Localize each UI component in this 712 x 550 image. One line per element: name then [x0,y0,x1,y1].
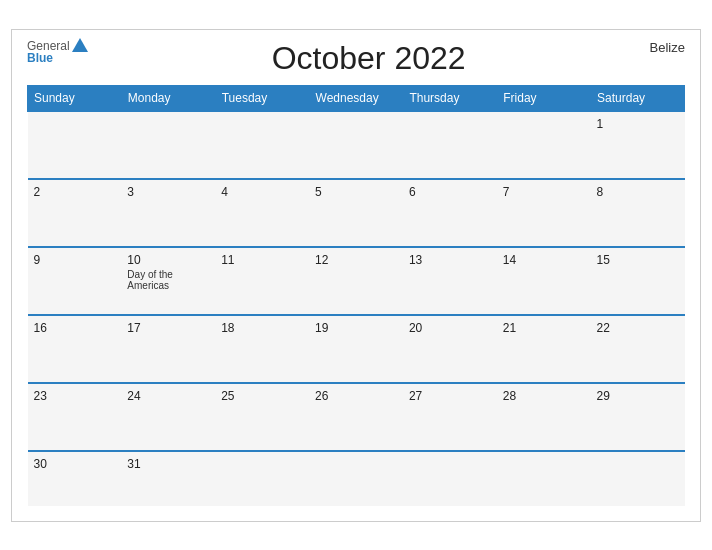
calendar-grid: Sunday Monday Tuesday Wednesday Thursday… [27,85,685,506]
table-row: 29 [591,383,685,451]
calendar-row: 1 [28,111,685,179]
day-number: 12 [315,253,397,267]
table-row [591,451,685,506]
day-number: 11 [221,253,303,267]
logo: General Blue [27,40,88,64]
table-row: 8 [591,179,685,247]
day-number: 20 [409,321,491,335]
day-event: Day of the Americas [127,269,209,291]
header-wednesday: Wednesday [309,85,403,111]
table-row: 5 [309,179,403,247]
calendar-row: 16171819202122 [28,315,685,383]
table-row [121,111,215,179]
day-number: 24 [127,389,209,403]
table-row: 22 [591,315,685,383]
table-row [215,451,309,506]
day-number: 16 [34,321,116,335]
calendar-row: 2345678 [28,179,685,247]
table-row: 3 [121,179,215,247]
day-number: 27 [409,389,491,403]
day-number: 31 [127,457,209,471]
header-tuesday: Tuesday [215,85,309,111]
table-row: 26 [309,383,403,451]
day-number: 10 [127,253,209,267]
table-row: 17 [121,315,215,383]
table-row: 2 [28,179,122,247]
day-number: 25 [221,389,303,403]
header-friday: Friday [497,85,591,111]
table-row: 19 [309,315,403,383]
country-name: Belize [650,40,685,55]
day-number: 19 [315,321,397,335]
calendar-row: 910Day of the Americas1112131415 [28,247,685,315]
header-saturday: Saturday [591,85,685,111]
table-row: 30 [28,451,122,506]
table-row [403,451,497,506]
table-row [497,111,591,179]
day-number: 30 [34,457,116,471]
day-number: 1 [597,117,679,131]
calendar-row: 23242526272829 [28,383,685,451]
table-row: 14 [497,247,591,315]
day-number: 8 [597,185,679,199]
day-number: 17 [127,321,209,335]
table-row [403,111,497,179]
calendar-container: General Blue October 2022 Belize Sunday … [11,29,701,522]
month-title: October 2022 [88,40,650,77]
day-number: 26 [315,389,397,403]
day-number: 22 [597,321,679,335]
table-row [309,451,403,506]
day-number: 7 [503,185,585,199]
table-row: 7 [497,179,591,247]
header-monday: Monday [121,85,215,111]
table-row: 24 [121,383,215,451]
table-row: 15 [591,247,685,315]
header-sunday: Sunday [28,85,122,111]
table-row [215,111,309,179]
day-number: 9 [34,253,116,267]
table-row: 18 [215,315,309,383]
table-row: 20 [403,315,497,383]
table-row: 28 [497,383,591,451]
day-number: 2 [34,185,116,199]
table-row: 1 [591,111,685,179]
day-number: 18 [221,321,303,335]
logo-triangle-icon [72,38,88,52]
calendar-body: 12345678910Day of the Americas1112131415… [28,111,685,506]
table-row [309,111,403,179]
table-row: 4 [215,179,309,247]
table-row: 11 [215,247,309,315]
days-header-row: Sunday Monday Tuesday Wednesday Thursday… [28,85,685,111]
day-number: 29 [597,389,679,403]
table-row: 10Day of the Americas [121,247,215,315]
day-number: 23 [34,389,116,403]
table-row: 21 [497,315,591,383]
table-row: 9 [28,247,122,315]
table-row [28,111,122,179]
table-row: 25 [215,383,309,451]
day-number: 13 [409,253,491,267]
logo-general-text: General [27,40,70,52]
table-row: 31 [121,451,215,506]
table-row: 27 [403,383,497,451]
calendar-header: General Blue October 2022 Belize [27,40,685,77]
logo-blue-text: Blue [27,52,53,64]
calendar-row: 3031 [28,451,685,506]
header-thursday: Thursday [403,85,497,111]
table-row: 16 [28,315,122,383]
day-number: 15 [597,253,679,267]
day-number: 28 [503,389,585,403]
table-row: 13 [403,247,497,315]
day-number: 6 [409,185,491,199]
table-row: 6 [403,179,497,247]
table-row: 12 [309,247,403,315]
day-number: 4 [221,185,303,199]
day-number: 14 [503,253,585,267]
table-row [497,451,591,506]
day-number: 21 [503,321,585,335]
day-number: 3 [127,185,209,199]
day-number: 5 [315,185,397,199]
table-row: 23 [28,383,122,451]
